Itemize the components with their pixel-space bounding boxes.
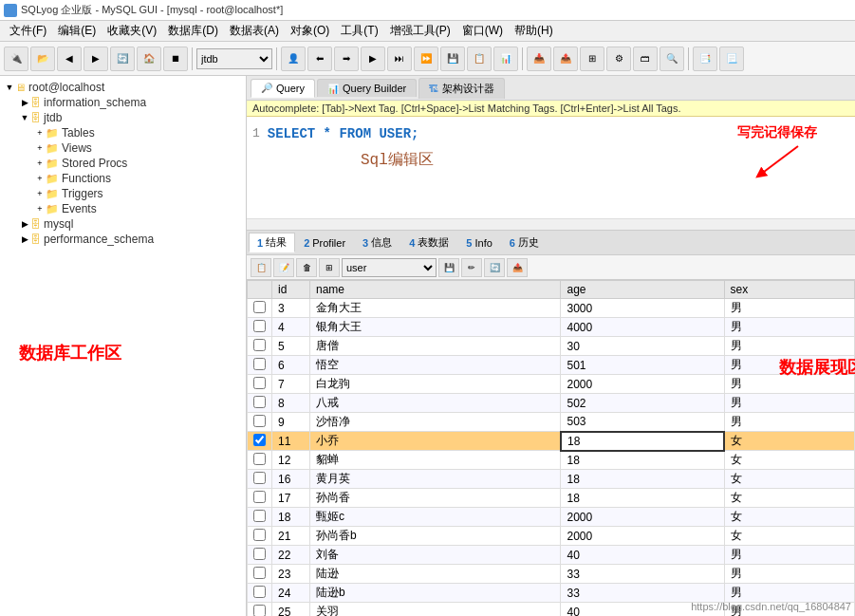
tree-item-stored_procs[interactable]: +📁Stored Procs — [4, 156, 242, 171]
cell-age[interactable]: 2000 — [561, 527, 724, 546]
cell-sex[interactable]: 女 — [724, 432, 854, 451]
cell-age[interactable]: 502 — [561, 394, 724, 413]
cell-id[interactable]: 9 — [272, 413, 310, 432]
menu-item-编辑(E)[interactable]: 编辑(E) — [52, 21, 102, 41]
checkbox-input[interactable] — [253, 339, 266, 351]
result-btn6[interactable]: ✏ — [461, 258, 482, 277]
btn8[interactable]: 📋 — [467, 47, 492, 71]
tree-item-triggers[interactable]: +📁Triggers — [4, 186, 242, 201]
search-btn[interactable]: 🔍 — [660, 47, 684, 71]
cell-id[interactable]: 12 — [272, 451, 310, 470]
checkbox-input[interactable] — [253, 396, 266, 408]
col-header-age[interactable]: age — [561, 281, 724, 299]
cell-age[interactable]: 33 — [561, 584, 724, 603]
tree-item-views[interactable]: +📁Views — [4, 140, 242, 156]
table-btn[interactable]: 🗃 — [633, 47, 658, 71]
checkbox-input[interactable] — [253, 491, 266, 503]
menu-item-对象(O)[interactable]: 对象(O) — [285, 21, 335, 41]
expand-icon-mysql[interactable]: ▶ — [19, 218, 30, 230]
cell-id[interactable]: 23 — [272, 565, 310, 584]
tree-item-functions[interactable]: +📁Functions — [4, 171, 242, 186]
checkbox-input[interactable] — [253, 605, 266, 617]
result-btn3[interactable]: 🗑 — [296, 258, 317, 277]
home-btn[interactable]: 🏠 — [137, 47, 161, 71]
cell-id[interactable]: 22 — [272, 546, 310, 565]
cell-age[interactable]: 40 — [561, 546, 724, 565]
forward-btn[interactable]: ▶ — [84, 47, 108, 71]
extra1[interactable]: 📑 — [693, 47, 717, 71]
result-tab-info5[interactable]: 5 Info — [457, 234, 500, 252]
cell-name[interactable]: 孙尚香b — [310, 527, 561, 546]
result-tab-results[interactable]: 1 结果 — [249, 233, 295, 252]
btn6[interactable]: ⏩ — [414, 47, 438, 71]
cell-sex[interactable]: 男 — [724, 337, 854, 356]
cell-id[interactable]: 25 — [272, 603, 310, 617]
cell-name[interactable]: 关羽 — [310, 603, 561, 617]
cell-name[interactable]: 甄姬c — [310, 508, 561, 527]
db-selector[interactable]: jtdb — [196, 48, 272, 69]
settings-btn[interactable]: ⚙ — [606, 47, 631, 71]
cell-name[interactable]: 悟空 — [310, 356, 561, 375]
cell-sex[interactable]: 男 — [724, 413, 854, 432]
menu-item-工具(T)[interactable]: 工具(T) — [335, 21, 383, 41]
menu-item-文件(F)[interactable]: 文件(F) — [4, 21, 52, 41]
cell-age[interactable]: 501 — [561, 356, 724, 375]
back-btn[interactable]: ◀ — [57, 47, 82, 71]
tree-item-perf_schema[interactable]: ▶🗄performance_schema — [4, 232, 242, 247]
expand-icon-stored_procs[interactable]: + — [34, 158, 46, 169]
menu-item-数据库(D)[interactable]: 数据库(D) — [162, 21, 224, 41]
result-tab-profiler[interactable]: 2 Profiler — [295, 234, 354, 252]
result-btn7[interactable]: 🔄 — [484, 258, 505, 277]
cell-age[interactable]: 18 — [561, 432, 724, 451]
btn4[interactable]: ▶ — [361, 47, 385, 71]
tab-query-builder[interactable]: 📊 Query Builder — [317, 79, 417, 97]
cell-name[interactable]: 陆逊b — [310, 584, 561, 603]
tree-item-tables[interactable]: +📁Tables — [4, 125, 242, 140]
cell-id[interactable]: 17 — [272, 489, 310, 508]
cell-id[interactable]: 8 — [272, 394, 310, 413]
cell-name[interactable]: 孙尚香 — [310, 489, 561, 508]
checkbox-input[interactable] — [253, 567, 266, 579]
expand-icon-jtdb[interactable]: ▼ — [19, 112, 30, 123]
cell-id[interactable]: 5 — [272, 337, 310, 356]
cell-name[interactable]: 沙悟净 — [310, 413, 561, 432]
cell-id[interactable]: 16 — [272, 470, 310, 489]
cell-sex[interactable]: 男 — [724, 584, 854, 603]
result-btn5[interactable]: 💾 — [438, 258, 459, 277]
cell-sex[interactable]: 女 — [724, 527, 854, 546]
cell-age[interactable]: 30 — [561, 337, 724, 356]
menu-item-帮助(H)[interactable]: 帮助(H) — [509, 21, 559, 41]
new-connection-btn[interactable]: 🔌 — [4, 47, 28, 71]
menu-item-收藏夹(V)[interactable]: 收藏夹(V) — [102, 21, 162, 41]
cell-name[interactable]: 貂蝉 — [310, 451, 561, 470]
tree-item-root[interactable]: ▼🖥root@localhost — [4, 80, 242, 95]
menu-item-数据表(A)[interactable]: 数据表(A) — [224, 21, 285, 41]
col-header-name[interactable]: name — [310, 281, 561, 299]
table-selector[interactable]: user — [342, 258, 437, 277]
result-tab-history[interactable]: 6 历史 — [501, 233, 548, 252]
cell-sex[interactable]: 女 — [724, 489, 854, 508]
cell-id[interactable]: 21 — [272, 527, 310, 546]
tab-schema-designer[interactable]: 🏗 架构设计器 — [418, 78, 505, 99]
extra2[interactable]: 📃 — [719, 47, 744, 71]
cell-name[interactable]: 银角大王 — [310, 318, 561, 337]
cell-age[interactable]: 2000 — [561, 508, 724, 527]
checkbox-input[interactable] — [253, 377, 266, 389]
cell-sex[interactable]: 女 — [724, 508, 854, 527]
expand-icon-perf_schema[interactable]: ▶ — [19, 233, 30, 245]
checkbox-input[interactable] — [253, 415, 266, 427]
checkbox-input[interactable] — [253, 529, 266, 541]
col-header-id[interactable]: id — [272, 281, 310, 299]
checkbox-input[interactable] — [253, 301, 266, 313]
menu-item-增强工具(P)[interactable]: 增强工具(P) — [384, 21, 456, 41]
cell-sex[interactable]: 男 — [724, 394, 854, 413]
cell-name[interactable]: 刘备 — [310, 546, 561, 565]
checkbox-input[interactable] — [253, 434, 266, 446]
btn5[interactable]: ⏭ — [387, 47, 412, 71]
result-tab-table_data[interactable]: 4 表数据 — [400, 233, 457, 252]
result-btn2[interactable]: 📝 — [273, 258, 294, 277]
cell-id[interactable]: 4 — [272, 318, 310, 337]
grid-btn[interactable]: ⊞ — [580, 47, 604, 71]
tree-item-events[interactable]: +📁Events — [4, 201, 242, 216]
cell-age[interactable]: 33 — [561, 565, 724, 584]
